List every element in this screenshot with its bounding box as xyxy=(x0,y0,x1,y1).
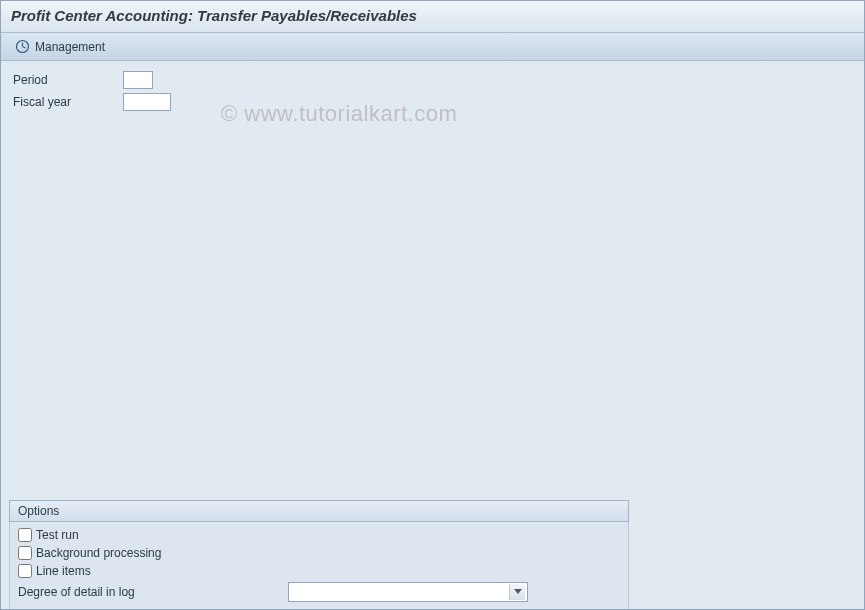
fiscal-year-row: Fiscal year xyxy=(13,93,852,111)
degree-of-detail-label: Degree of detail in log xyxy=(18,585,288,599)
degree-of-detail-dropdown[interactable] xyxy=(288,582,528,602)
test-run-checkbox[interactable] xyxy=(18,528,32,542)
management-button[interactable]: Management xyxy=(9,37,111,56)
test-run-row: Test run xyxy=(18,528,620,542)
fiscal-year-label: Fiscal year xyxy=(13,95,123,109)
application-toolbar: Management xyxy=(1,33,864,61)
background-processing-label: Background processing xyxy=(36,546,161,560)
title-bar: Profit Center Accounting: Transfer Payab… xyxy=(1,1,864,33)
line-items-row: Line items xyxy=(18,564,620,578)
management-label: Management xyxy=(35,40,105,54)
period-input[interactable] xyxy=(123,71,153,89)
options-header: Options xyxy=(9,500,629,522)
degree-of-detail-row: Degree of detail in log xyxy=(18,582,620,602)
fiscal-year-input[interactable] xyxy=(123,93,171,111)
line-items-label: Line items xyxy=(36,564,91,578)
period-row: Period xyxy=(13,71,852,89)
options-body: Test run Background processing Line item… xyxy=(9,522,629,610)
period-label: Period xyxy=(13,73,123,87)
background-processing-checkbox[interactable] xyxy=(18,546,32,560)
background-processing-row: Background processing xyxy=(18,546,620,560)
options-panel: Options Test run Background processing L… xyxy=(9,500,629,610)
execute-icon xyxy=(15,39,30,54)
test-run-label: Test run xyxy=(36,528,79,542)
svg-line-2 xyxy=(23,47,26,49)
content-area: © www.tutorialkart.com Period Fiscal yea… xyxy=(1,61,864,610)
page-title: Profit Center Accounting: Transfer Payab… xyxy=(11,7,417,24)
chevron-down-icon xyxy=(509,584,525,600)
options-title: Options xyxy=(18,504,59,518)
line-items-checkbox[interactable] xyxy=(18,564,32,578)
